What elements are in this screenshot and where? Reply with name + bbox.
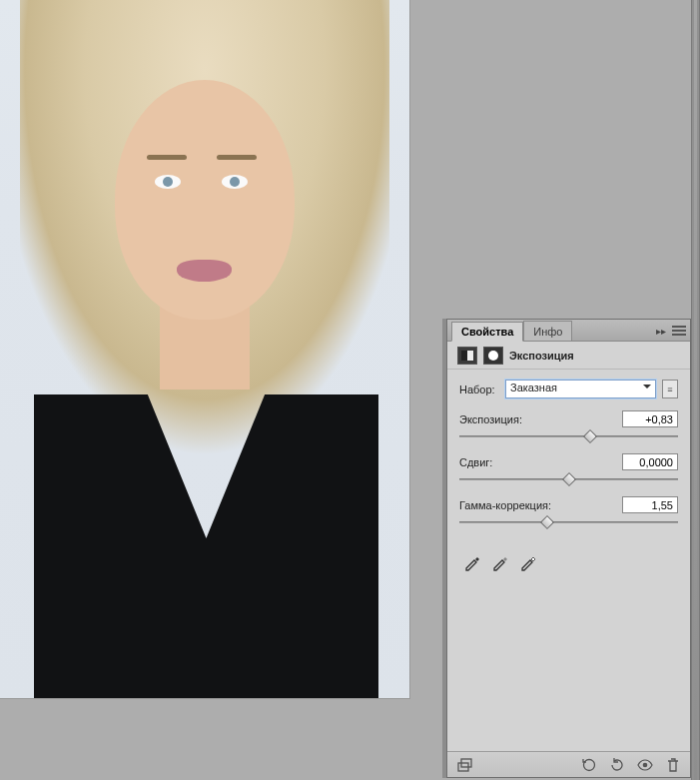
- preset-label: Набор:: [459, 384, 499, 395]
- image-region: [155, 175, 181, 189]
- image-region: [115, 80, 295, 320]
- image-region: [177, 260, 232, 282]
- panel-tab-bar: Свойства Инфо ▸▸: [447, 320, 690, 342]
- preset-row: Набор: Заказная ≡: [459, 380, 678, 398]
- reset-icon[interactable]: [608, 756, 626, 774]
- gamma-input[interactable]: [622, 496, 678, 513]
- preset-select[interactable]: Заказная: [505, 380, 656, 398]
- panel-footer: [447, 751, 690, 777]
- canvas-area[interactable]: [0, 0, 410, 701]
- tab-info[interactable]: Инфо: [523, 321, 572, 341]
- gamma-control: Гамма-коррекция:: [459, 496, 678, 527]
- offset-input[interactable]: [622, 453, 678, 470]
- exposure-slider[interactable]: [459, 431, 678, 441]
- offset-control: Сдвиг:: [459, 453, 678, 484]
- visibility-icon[interactable]: [636, 756, 654, 774]
- tab-properties[interactable]: Свойства: [451, 322, 523, 342]
- slider-thumb[interactable]: [583, 429, 597, 443]
- delete-icon[interactable]: [664, 756, 682, 774]
- offset-label: Сдвиг:: [459, 456, 492, 468]
- image-region: [222, 175, 248, 189]
- document-image[interactable]: [0, 0, 410, 699]
- panel-body: Набор: Заказная ≡ Экспозиция: Сдвиг:: [447, 370, 690, 751]
- properties-panel: Свойства Инфо ▸▸ Экспозиция Набор: Заказ…: [446, 319, 691, 778]
- adjustment-title: Экспозиция: [509, 350, 574, 362]
- eyedropper-gray-icon[interactable]: [491, 553, 509, 571]
- exposure-input[interactable]: [622, 410, 678, 427]
- gamma-slider[interactable]: [459, 517, 678, 527]
- clip-to-layer-icon[interactable]: [455, 756, 473, 774]
- eyedropper-black-icon[interactable]: [463, 553, 481, 571]
- mask-icon[interactable]: [483, 347, 503, 365]
- panel-menu-icon[interactable]: [672, 324, 686, 338]
- offset-slider[interactable]: [459, 474, 678, 484]
- svg-point-2: [584, 759, 595, 770]
- preset-menu-button[interactable]: ≡: [662, 380, 678, 398]
- eyedropper-row: [459, 553, 678, 571]
- collapse-icon[interactable]: ▸▸: [656, 326, 666, 337]
- exposure-label: Экспозиция:: [459, 413, 522, 425]
- eyedropper-white-icon[interactable]: [519, 553, 537, 571]
- previous-state-icon[interactable]: [580, 756, 598, 774]
- image-region: [147, 155, 187, 160]
- adjustment-icon[interactable]: [457, 347, 477, 365]
- gamma-label: Гамма-коррекция:: [459, 499, 551, 511]
- panel-header: Экспозиция: [447, 342, 690, 370]
- exposure-control: Экспозиция:: [459, 410, 678, 441]
- slider-thumb[interactable]: [540, 515, 554, 529]
- slider-thumb[interactable]: [561, 472, 575, 486]
- svg-point-3: [643, 762, 648, 767]
- image-region: [217, 155, 257, 160]
- panel-dock-edge[interactable]: [691, 0, 700, 780]
